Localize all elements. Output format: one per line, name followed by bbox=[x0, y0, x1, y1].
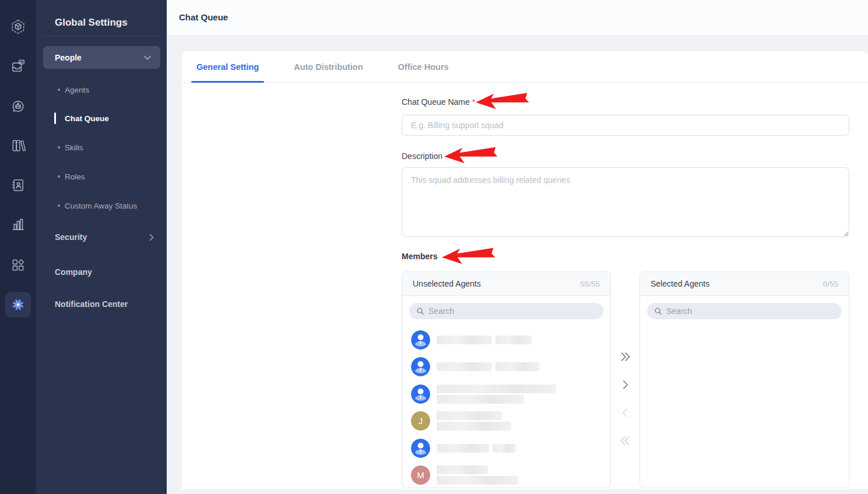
rail-item-modules[interactable] bbox=[5, 14, 31, 40]
sidebar-item-roles[interactable]: Roles bbox=[36, 170, 167, 184]
settings-gear-icon bbox=[10, 297, 26, 312]
redacted-name bbox=[437, 476, 518, 485]
sidebar-item-label: Security bbox=[55, 232, 87, 242]
chevron-left-icon bbox=[620, 408, 630, 418]
unselected-search-input[interactable] bbox=[428, 306, 598, 316]
bullet-icon bbox=[58, 146, 60, 149]
selected-search-input[interactable] bbox=[666, 306, 836, 316]
double-chevron-left-icon bbox=[620, 436, 630, 446]
settings-sidebar: Global Settings People Agents Chat Queue… bbox=[36, 0, 167, 494]
chevron-down-icon bbox=[144, 55, 151, 60]
double-chevron-right-icon bbox=[620, 352, 630, 362]
agent-row[interactable]: M bbox=[402, 462, 610, 489]
active-indicator bbox=[54, 112, 56, 124]
agent-count: 0/55 bbox=[823, 280, 838, 288]
description-textarea[interactable] bbox=[402, 167, 849, 237]
move-left-button[interactable] bbox=[618, 405, 632, 419]
sidebar-group-people-label: People bbox=[55, 53, 82, 62]
redacted-name bbox=[437, 336, 492, 344]
redacted-name bbox=[437, 411, 502, 420]
sidebar-item-skills[interactable]: Skills bbox=[36, 140, 167, 154]
default-avatar-icon bbox=[411, 384, 430, 404]
letter-avatar: J bbox=[411, 411, 430, 431]
bot-icon bbox=[10, 99, 26, 114]
chat-queue-name-label: Chat Queue Name* bbox=[402, 97, 475, 107]
inbox-chat-icon bbox=[10, 58, 26, 73]
default-avatar-icon bbox=[411, 330, 430, 350]
sidebar-item-company[interactable]: Company bbox=[36, 264, 167, 280]
agent-row[interactable] bbox=[402, 435, 610, 462]
sidebar-item-label: Custom Away Status bbox=[65, 202, 137, 210]
redacted-name bbox=[437, 384, 556, 393]
page-header: Chat Queue bbox=[167, 0, 868, 35]
rail-item-apps[interactable] bbox=[5, 252, 31, 278]
rail-item-bot[interactable] bbox=[5, 94, 31, 119]
app-window: Global Settings People Agents Chat Queue… bbox=[0, 0, 868, 494]
unselected-agents-panel: Unselected Agents 55/55 bbox=[402, 271, 611, 488]
search-icon bbox=[654, 307, 662, 315]
redacted-name bbox=[437, 444, 489, 453]
unselected-agents-header: Unselected Agents 55/55 bbox=[402, 272, 610, 296]
unselected-search bbox=[409, 303, 603, 319]
description-label: Description bbox=[402, 151, 442, 161]
search-icon bbox=[416, 307, 424, 315]
tab-bar: General Setting Auto Distribution Office… bbox=[182, 51, 868, 83]
rail-item-inbox[interactable] bbox=[5, 53, 31, 79]
move-all-right-button[interactable] bbox=[618, 350, 632, 364]
agent-list: J M bbox=[402, 326, 610, 488]
agent-row[interactable]: J bbox=[402, 408, 610, 435]
sidebar-item-label: Company bbox=[55, 267, 92, 277]
sidebar-item-label: Chat Queue bbox=[65, 114, 109, 123]
avatar-initial: M bbox=[417, 470, 424, 480]
annotation-arrow bbox=[475, 89, 530, 113]
bullet-icon bbox=[58, 204, 60, 207]
agent-row[interactable] bbox=[402, 354, 610, 381]
sidebar-group-people[interactable]: People bbox=[43, 46, 160, 69]
sidebar-item-chat-queue[interactable]: Chat Queue bbox=[36, 111, 167, 125]
default-avatar-icon bbox=[411, 357, 430, 376]
rail-item-analytics[interactable] bbox=[5, 211, 31, 237]
redacted-name bbox=[437, 395, 524, 404]
letter-avatar: M bbox=[411, 465, 430, 485]
chevron-right-icon bbox=[620, 380, 630, 390]
main-content: Chat Queue General Setting Auto Distribu… bbox=[167, 0, 868, 494]
analytics-icon bbox=[10, 217, 26, 232]
sidebar-item-agents[interactable]: Agents bbox=[36, 83, 167, 97]
move-all-left-button[interactable] bbox=[618, 433, 632, 447]
agent-row[interactable] bbox=[402, 326, 610, 354]
page-title: Chat Queue bbox=[179, 12, 228, 22]
default-avatar-icon bbox=[411, 439, 430, 458]
rail-item-settings[interactable] bbox=[5, 292, 31, 317]
tab-office-hours[interactable]: Office Hours bbox=[393, 51, 454, 82]
sidebar-item-label: Notification Center bbox=[55, 299, 128, 309]
panel-title: Unselected Agents bbox=[413, 279, 481, 288]
selected-agents-panel: Selected Agents 0/55 bbox=[639, 271, 849, 488]
cube-icon bbox=[10, 19, 26, 34]
move-right-button[interactable] bbox=[618, 377, 632, 391]
selected-agents-header: Selected Agents 0/55 bbox=[640, 272, 849, 296]
agent-row[interactable] bbox=[402, 380, 610, 408]
icon-rail bbox=[0, 0, 36, 494]
redacted-name bbox=[437, 362, 492, 371]
redacted-name bbox=[493, 444, 516, 453]
chevron-right-icon bbox=[149, 234, 154, 241]
bullet-icon bbox=[58, 175, 60, 178]
members-label: Members bbox=[402, 252, 437, 261]
rail-item-contacts[interactable] bbox=[5, 172, 31, 198]
sidebar-item-security[interactable]: Security bbox=[36, 230, 167, 245]
apps-icon bbox=[10, 257, 26, 273]
chat-queue-name-input[interactable] bbox=[402, 115, 849, 136]
rail-item-library[interactable] bbox=[5, 133, 31, 158]
redacted-name bbox=[437, 422, 511, 431]
required-asterisk: * bbox=[472, 97, 475, 107]
tab-auto-distribution[interactable]: Auto Distribution bbox=[289, 51, 368, 82]
redacted-name bbox=[496, 362, 539, 371]
avatar-initial: J bbox=[419, 416, 423, 426]
settings-card: General Setting Auto Distribution Office… bbox=[182, 51, 868, 489]
sidebar-item-notification-center[interactable]: Notification Center bbox=[36, 297, 167, 312]
annotation-arrow bbox=[441, 244, 496, 268]
divider bbox=[43, 36, 160, 36]
sidebar-item-label: Skills bbox=[65, 143, 83, 152]
sidebar-item-custom-away-status[interactable]: Custom Away Status bbox=[36, 199, 167, 213]
tab-general-setting[interactable]: General Setting bbox=[191, 51, 264, 82]
